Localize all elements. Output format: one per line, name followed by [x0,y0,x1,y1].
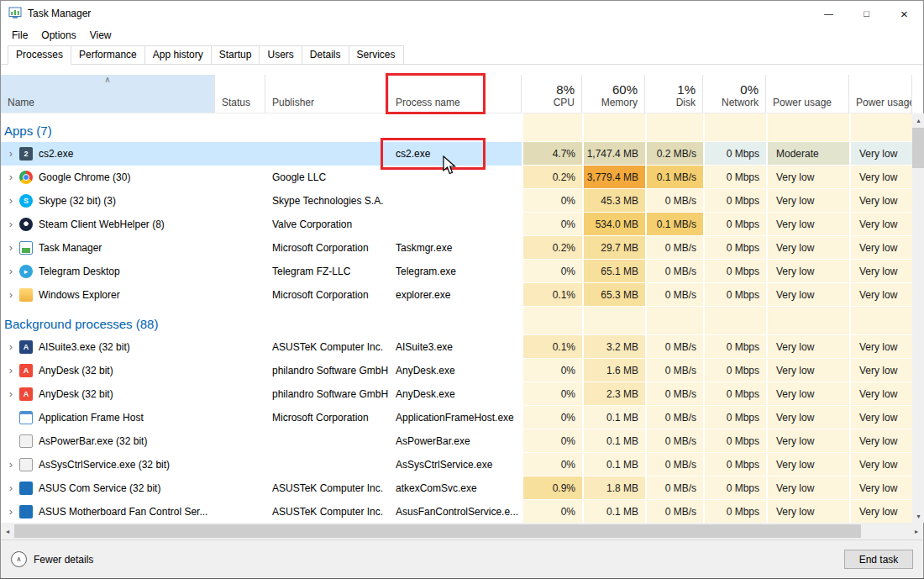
publisher-cell: Google LLC [265,166,389,189]
memory-cell: 0.1 MB [582,500,645,523]
process-row[interactable]: ›SSkype (32 bit) (3)Skype Technologies S… [1,189,912,213]
column-header-network[interactable]: 0% Network [703,75,766,113]
fewer-details-label: Fewer details [34,554,93,566]
expand-chevron-icon[interactable]: › [4,505,18,518]
power-trend-cell: Very low [849,260,912,283]
name-cell: ›AAnyDesk (32 bit) [1,359,215,382]
disk-cell: 0 MB/s [645,335,703,359]
column-header-status[interactable]: Status [215,75,265,113]
scroll-up-icon[interactable]: ▴ [912,113,924,127]
column-header-publisher[interactable]: Publisher [265,75,389,113]
section-header-cell: Apps (7) [1,113,215,142]
tab-performance[interactable]: Performance [71,45,145,65]
expand-chevron-icon[interactable]: › [4,265,18,278]
expand-chevron-icon[interactable]: › [4,147,18,161]
status-cell [215,406,265,429]
expand-chevron-icon[interactable]: › [4,171,18,184]
column-header-cpu[interactable]: 8% CPU [522,75,582,113]
scroll-down-icon[interactable]: ▾ [912,509,924,523]
process-row[interactable]: ›AAISuite3.exe (32 bit)ASUSTeK Computer … [1,335,912,359]
tab-startup[interactable]: Startup [211,45,260,65]
process-display-name: cs2.exe [39,148,73,160]
fewer-details-toggle[interactable]: ∧ Fewer details [11,551,93,567]
status-cell [215,359,265,382]
process-row[interactable]: ›AAnyDesk (32 bit)philandro Software Gmb… [1,359,912,382]
menu-view[interactable]: View [83,28,118,43]
expand-chevron-icon[interactable]: › [4,218,18,231]
column-header-power-usage-trend[interactable]: Power usage t... [849,75,912,113]
power-trend-cell: Very low [849,236,912,260]
scroll-left-icon[interactable]: ◂ [1,523,14,540]
maximize-button[interactable]: □ [848,1,885,26]
column-header-process-name[interactable]: Process name [389,75,522,113]
process-row[interactable]: ›Windows ExplorerMicrosoft Corporationex… [1,283,912,307]
status-cell [215,382,265,406]
process-row[interactable]: ›Steam Client WebHelper (8)Valve Corpora… [1,213,912,236]
process-row[interactable]: ›2cs2.execs2.exe4.7%1,747.4 MB0.2 MB/s0 … [1,142,912,166]
horizontal-scrollbar-thumb[interactable] [14,524,861,538]
end-task-button[interactable]: End task [844,550,913,569]
power-trend-cell [849,307,912,335]
expand-chevron-icon[interactable]: › [4,288,18,302]
process-name-cell: cs2.exe [389,142,522,166]
process-row[interactable]: ›Google Chrome (30)Google LLC0.2%3,779.4… [1,166,912,189]
expand-chevron-icon[interactable]: › [4,458,18,471]
vertical-scrollbar[interactable]: ▴ ▾ [912,113,924,523]
minimize-button[interactable]: — [810,1,848,26]
power-usage-cell [766,113,849,142]
process-row[interactable]: ›ASUS Com Service (32 bit)ASUSTeK Comput… [1,476,912,500]
network-cell: 0 Mbps [703,476,766,500]
process-row[interactable]: ›AsSysCtrlService.exe (32 bit)AsSysCtrlS… [1,453,912,476]
process-row[interactable]: ›AAnyDesk (32 bit)philandro Software Gmb… [1,382,912,406]
vertical-scrollbar-thumb[interactable] [912,128,924,168]
column-header-name[interactable]: ∧ Name [1,75,215,113]
tab-details[interactable]: Details [302,45,349,65]
process-row[interactable]: ›ASUS Motherboard Fan Control Ser...ASUS… [1,500,912,523]
column-header-memory[interactable]: 60% Memory [582,75,645,113]
tab-users[interactable]: Users [259,45,302,65]
expand-chevron-icon[interactable]: › [4,364,18,377]
scroll-right-icon[interactable]: ▸ [910,523,923,540]
horizontal-scrollbar[interactable]: ◂ ▸ [1,523,923,540]
menu-options[interactable]: Options [34,28,82,43]
column-header-power-usage[interactable]: Power usage [766,75,849,113]
disk-cell: 0 MB/s [645,382,703,406]
google-chrome-icon [19,171,33,184]
asus-fan-control-icon [19,505,33,518]
menu-bar: File Options View [1,26,923,45]
network-cell: 0 Mbps [703,213,766,236]
expand-chevron-icon[interactable]: › [4,241,18,255]
tab-processes[interactable]: Processes [8,45,71,65]
column-header-disk[interactable]: 1% Disk [645,75,703,113]
memory-cell: 534.0 MB [582,213,645,236]
menu-file[interactable]: File [5,28,34,43]
tab-services[interactable]: Services [349,45,404,65]
process-row[interactable]: ›▸Telegram DesktopTelegram FZ-LLCTelegra… [1,260,912,283]
process-display-name: AnyDesk (32 bit) [39,365,113,376]
memory-cell: 2.3 MB [582,382,645,406]
expand-chevron-icon[interactable]: › [4,194,18,208]
disk-cell: 0 MB/s [645,453,703,476]
close-button[interactable]: × [885,1,923,26]
power-trend-cell [849,113,912,142]
publisher-column-label: Publisher [272,97,314,108]
process-row[interactable]: AsPowerBar.exe (32 bit)AsPowerBar.exe0%0… [1,429,912,453]
name-cell: ›ASUS Motherboard Fan Control Ser... [1,500,215,523]
tab-app-history[interactable]: App history [144,45,212,65]
expand-chevron-icon[interactable]: › [4,482,18,495]
power-trend-cell: Very low [849,500,912,523]
cpu-column-label: CPU [554,97,575,108]
expand-chevron-icon[interactable]: › [4,340,18,354]
process-name-cell: explorer.exe [389,283,522,307]
publisher-cell [265,307,389,335]
power-usage-cell: Very low [766,500,849,523]
process-display-name: ASUS Motherboard Fan Control Ser... [39,506,207,518]
expand-chevron-icon[interactable]: › [4,387,18,401]
process-row[interactable]: ›Task ManagerMicrosoft CorporationTaskmg… [1,236,912,260]
process-name-cell: AnyDesk.exe [389,359,522,382]
process-rows: Apps (7)›2cs2.execs2.exe4.7%1,747.4 MB0.… [1,113,912,523]
anydesk-icon: A [19,364,33,377]
process-row[interactable]: Application Frame HostMicrosoft Corporat… [1,406,912,429]
process-name-cell: ApplicationFrameHost.exe [389,406,522,429]
skype-icon: S [19,194,33,208]
